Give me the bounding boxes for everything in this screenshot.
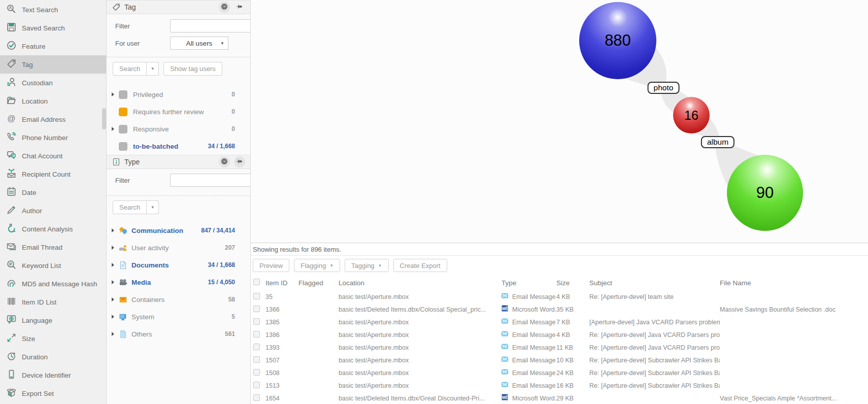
tagging-button[interactable]: Tagging ▼ (345, 259, 388, 272)
dropdown-caret-icon: ▼ (220, 41, 224, 46)
type-settings-button[interactable] (219, 156, 230, 167)
tag-filter-input[interactable] (170, 19, 250, 32)
cell-size: 11 KB (556, 344, 589, 351)
sidebar-item-author[interactable]: Author (0, 201, 106, 220)
type-pin-button[interactable] (234, 156, 245, 167)
create-export-button[interactable]: Create Export (393, 259, 447, 272)
row-checkbox[interactable] (253, 306, 260, 312)
table-row-1513[interactable]: 1513 basic test/Aperture.mbox Email Mess… (251, 379, 868, 392)
column-header-file-name[interactable]: File Name (720, 279, 868, 287)
bubble-90[interactable]: 90 (727, 155, 803, 231)
type-row-communication[interactable]: Communication 847 / 34,414 (107, 222, 250, 239)
bubble-880[interactable]: 880 (579, 2, 656, 79)
sidebar-item-email-address[interactable]: @ Email Address (0, 110, 106, 128)
row-checkbox[interactable] (253, 369, 260, 376)
sidebar-scrollbar-thumb[interactable] (102, 108, 106, 129)
type-row-containers[interactable]: Containers 58 (107, 291, 250, 308)
link-label-photo[interactable]: photo (648, 82, 680, 94)
for-user-select[interactable]: All users ▼ (170, 37, 228, 50)
expand-arrow-icon[interactable] (112, 228, 114, 232)
expand-arrow-icon[interactable] (112, 315, 114, 319)
type-filter-input[interactable] (170, 174, 250, 187)
sidebar-item-label: Duration (22, 353, 48, 361)
expand-arrow-icon[interactable] (112, 297, 114, 301)
sidebar-item-location[interactable]: Location (0, 92, 106, 110)
type-row-media[interactable]: Media 15 / 4,050 (107, 274, 250, 291)
bubble-16[interactable]: 16 (673, 97, 710, 133)
sidebar-item-chat-account[interactable]: Chat Account (0, 147, 106, 165)
row-checkbox[interactable] (253, 293, 260, 299)
show-tag-users-button[interactable]: Show tag users (163, 62, 222, 76)
sidebar-item-item-id-list[interactable]: Item ID List (0, 293, 106, 311)
table-row-1508[interactable]: 1508 basic test/Aperture.mbox Email Mess… (251, 366, 868, 379)
flagging-button[interactable]: Flagging ▼ (294, 259, 340, 272)
sidebar-item-tag[interactable]: Tag (0, 55, 106, 74)
tag-panel-header: Tag (107, 0, 250, 14)
tag-search-button[interactable]: Search (113, 62, 147, 76)
column-header-subject[interactable]: Subject (589, 279, 720, 287)
sidebar-item-duration[interactable]: Duration (0, 348, 106, 366)
row-checkbox[interactable] (253, 318, 260, 325)
cell-location: basic test/Aperture.mbox (339, 319, 502, 326)
expand-arrow-icon[interactable] (112, 332, 114, 336)
sidebar-item-keyword-list[interactable]: Keyword List (0, 256, 106, 275)
sidebar-item-phone-number[interactable]: Phone Number (0, 128, 106, 147)
sidebar-item-custodian[interactable]: Custodian (0, 74, 106, 92)
tag-row-to-be-batched[interactable]: to-be-batched 34 / 1,668 (107, 138, 250, 155)
table-row-1385[interactable]: 1385 basic test/Aperture.mbox Email Mess… (251, 316, 868, 328)
sidebar-item-device-identifier[interactable]: Device Identifier (0, 366, 106, 384)
type-search-caret-button[interactable]: ▼ (147, 200, 159, 214)
select-all-checkbox[interactable] (253, 279, 260, 285)
row-checkbox[interactable] (253, 356, 260, 363)
tag-search-caret-button[interactable]: ▼ (147, 62, 159, 76)
row-checkbox[interactable] (253, 331, 260, 338)
type-row-documents[interactable]: Documents 34 / 1,668 (107, 256, 250, 274)
expand-arrow-icon[interactable] (112, 92, 114, 96)
expand-arrow-icon[interactable] (112, 263, 114, 267)
cell-location: basic test/Aperture.mbox (339, 357, 502, 364)
column-header-location[interactable]: Location (339, 279, 502, 287)
sidebar-item-export-set[interactable]: Export Set (0, 384, 106, 402)
container-box-icon (119, 295, 127, 304)
table-row-1386[interactable]: 1386 basic test/Aperture.mbox Email Mess… (251, 328, 868, 341)
sidebar-item-saved-search[interactable]: Saved Search (0, 19, 106, 37)
sidebar-item-date[interactable]: Date (0, 183, 106, 201)
cell-location: basic test/Aperture.mbox (339, 369, 502, 377)
type-row-user-activity[interactable]: User activity 207 (107, 239, 250, 256)
sidebar-item-recipient-count[interactable]: Recipient Count (0, 165, 106, 183)
type-count: 5 (231, 313, 235, 320)
tag-color-chip (119, 90, 127, 99)
table-row-1393[interactable]: 1393 basic test/Aperture.mbox Email Mess… (251, 341, 868, 354)
sidebar-item-email-thread[interactable]: Email Thread (0, 238, 106, 256)
tag-pin-button[interactable] (234, 2, 245, 13)
tag-row-responsive[interactable]: Responsive 0 (107, 120, 250, 138)
link-label-album[interactable]: album (701, 136, 735, 148)
tag-settings-button[interactable] (219, 2, 230, 13)
preview-button[interactable]: Preview (253, 259, 289, 272)
type-row-others[interactable]: Others 561 (107, 325, 250, 343)
type-search-button[interactable]: Search (113, 200, 147, 214)
column-header-item-id[interactable]: Item ID (265, 279, 298, 287)
sidebar-item-content-analysis[interactable]: Content Analysis (0, 220, 106, 238)
row-checkbox[interactable] (253, 344, 260, 350)
sidebar-item-language[interactable]: Language (0, 311, 106, 329)
type-row-system[interactable]: System 5 (107, 308, 250, 325)
column-header-type[interactable]: Type (502, 279, 556, 287)
tag-row-privileged[interactable]: Privileged 0 (107, 86, 250, 103)
sidebar-item-feature[interactable]: Feature (0, 37, 106, 55)
row-checkbox[interactable] (253, 394, 260, 401)
tag-row-requires-further-review[interactable]: Requires further review 0 (107, 103, 250, 120)
table-row-1507[interactable]: 1507 basic test/Aperture.mbox Email Mess… (251, 354, 868, 366)
table-row-1654[interactable]: 1654 basic test/Deleted Items.dbx/Great … (251, 392, 868, 404)
column-header-flagged[interactable]: Flagged (298, 279, 339, 287)
expand-arrow-icon[interactable] (112, 127, 114, 131)
table-row-35[interactable]: 35 basic test/Aperture.mbox Email Messag… (251, 290, 868, 303)
sidebar-item-md5-and-message-hash[interactable]: MD5 and Message Hash (0, 275, 106, 293)
expand-arrow-icon[interactable] (112, 246, 114, 250)
sidebar-item-size[interactable]: Size (0, 329, 106, 348)
expand-arrow-icon[interactable] (112, 280, 114, 284)
table-row-1366[interactable]: 1366 basic test/Deleted Items.dbx/Coloss… (251, 303, 868, 316)
column-header-size[interactable]: Size (556, 279, 589, 287)
sidebar-item-text-search[interactable]: A Text Search (0, 1, 106, 19)
row-checkbox[interactable] (253, 382, 260, 388)
